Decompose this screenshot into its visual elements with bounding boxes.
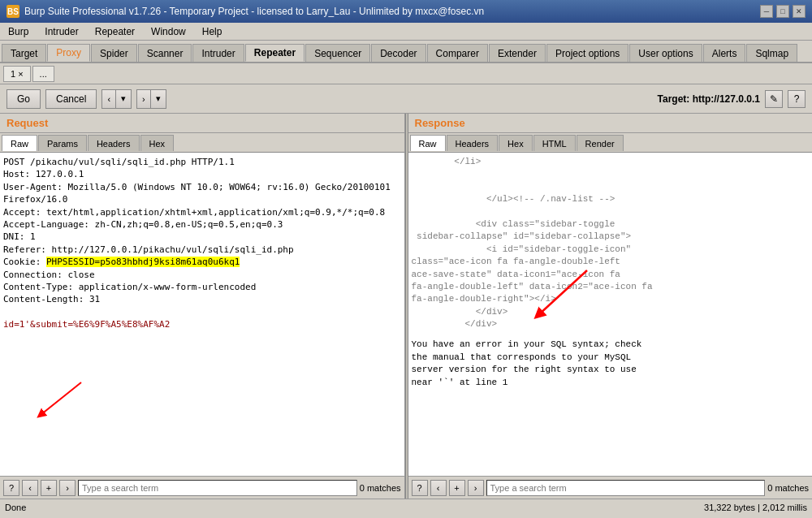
menu-burp[interactable]: Burp [3, 25, 33, 38]
nav-forward-button[interactable]: › [136, 89, 150, 109]
toolbar: Go Cancel ‹ ▾ › ▾ Target: http://127.0.0… [0, 84, 812, 114]
request-tab-headers[interactable]: Headers [88, 135, 140, 151]
response-search-help[interactable]: ? [412, 480, 428, 496]
response-title: Response [415, 117, 465, 129]
edit-target-button[interactable]: ✎ [765, 90, 783, 108]
response-content[interactable]: </li> </ul><!-- /.nav-list --> <div clas… [408, 153, 813, 476]
tab-sequencer[interactable]: Sequencer [305, 44, 370, 62]
response-tab-raw[interactable]: Raw [410, 135, 446, 151]
tab-user-options[interactable]: User options [629, 44, 702, 62]
tab-target[interactable]: Target [2, 44, 46, 62]
request-header: Request [0, 114, 404, 133]
status-left: Done [5, 503, 26, 512]
tab-intruder[interactable]: Intruder [192, 44, 244, 62]
go-button[interactable]: Go [6, 89, 41, 109]
request-title: Request [6, 117, 48, 129]
menu-intruder[interactable]: Intruder [40, 25, 83, 38]
response-tab-hex[interactable]: Hex [499, 135, 533, 151]
status-right: 31,322 bytes | 2,012 millis [704, 503, 807, 512]
request-panel: Request Raw Params Headers Hex POST /pik… [0, 114, 405, 499]
tab-sqlmap[interactable]: Sqlmap [746, 44, 797, 62]
response-search-next-plus[interactable]: + [449, 480, 465, 496]
menu-window[interactable]: Window [146, 25, 191, 38]
nav-forward-group: › ▾ [136, 89, 166, 109]
sub-tab-bar: 1 × ... [0, 63, 812, 84]
request-search-input[interactable] [78, 480, 357, 496]
tab-comparer[interactable]: Comparer [427, 44, 488, 62]
app-icon: BS [6, 5, 19, 18]
menu-bar: Burp Intruder Repeater Window Help [0, 23, 812, 41]
nav-back-dropdown[interactable]: ▾ [115, 89, 132, 109]
sub-tab-1[interactable]: 1 × [3, 66, 31, 82]
main-tab-bar: Target Proxy Spider Scanner Intruder Rep… [0, 41, 812, 63]
tab-alerts[interactable]: Alerts [703, 44, 746, 62]
tab-proxy[interactable]: Proxy [47, 44, 90, 62]
svg-line-1 [41, 382, 81, 415]
response-search-next[interactable]: › [468, 480, 484, 496]
target-help-button[interactable]: ? [788, 90, 806, 108]
response-search-prev[interactable]: ‹ [430, 480, 447, 496]
request-search-prev[interactable]: ‹ [22, 480, 38, 496]
nav-forward-dropdown[interactable]: ▾ [150, 89, 166, 109]
tab-project-options[interactable]: Project options [546, 44, 628, 62]
tab-spider[interactable]: Spider [91, 44, 137, 62]
tab-repeater[interactable]: Repeater [245, 44, 304, 62]
close-button[interactable]: ✕ [793, 5, 806, 18]
response-panel: Response Raw Headers Hex HTML Render </l… [408, 114, 813, 499]
request-search-bar: ? ‹ + › 0 matches [0, 476, 404, 499]
request-text: POST /pikachu/vul/sqli/sqli_id.php HTTP/… [3, 156, 401, 330]
title-bar-text: Burp Suite Professional v1.7.26 - Tempor… [24, 6, 484, 17]
status-bar: Done 31,322 bytes | 2,012 millis [0, 499, 812, 515]
request-content[interactable]: POST /pikachu/vul/sqli/sqli_id.php HTTP/… [0, 153, 404, 476]
response-tabs: Raw Headers Hex HTML Render [408, 133, 813, 153]
response-tab-html[interactable]: HTML [533, 135, 576, 151]
minimize-button[interactable]: ─ [760, 5, 773, 18]
title-bar-left: BS Burp Suite Professional v1.7.26 - Tem… [6, 5, 484, 18]
sub-tab-more[interactable]: ... [32, 66, 54, 82]
response-search-bar: ? ‹ + › 0 matches [408, 476, 813, 499]
response-html-text: </li> </ul><!-- /.nav-list --> <div clas… [412, 156, 810, 330]
request-search-next[interactable]: › [59, 480, 76, 496]
response-error-text: You have an error in your SQL syntax; ch… [412, 339, 810, 389]
request-tab-params[interactable]: Params [38, 135, 87, 151]
menu-repeater[interactable]: Repeater [90, 25, 140, 38]
tab-decoder[interactable]: Decoder [371, 44, 425, 62]
arrow-decoration-left [32, 378, 97, 427]
request-matches-label: 0 matches [360, 483, 401, 493]
cancel-button[interactable]: Cancel [45, 89, 97, 109]
target-label: Target: http://127.0.0.1 [658, 93, 760, 105]
maximize-button[interactable]: □ [776, 5, 789, 18]
nav-back-group: ‹ ▾ [102, 89, 132, 109]
nav-back-button[interactable]: ‹ [102, 89, 115, 109]
window-controls[interactable]: ─ □ ✕ [760, 5, 806, 18]
response-tab-headers[interactable]: Headers [447, 135, 499, 151]
menu-help[interactable]: Help [197, 25, 227, 38]
main-content: Request Raw Params Headers Hex POST /pik… [0, 114, 812, 499]
response-matches-label: 0 matches [767, 483, 809, 493]
tab-extender[interactable]: Extender [489, 44, 546, 62]
request-search-next-plus[interactable]: + [41, 480, 57, 496]
tab-scanner[interactable]: Scanner [138, 44, 192, 62]
request-search-help[interactable]: ? [3, 480, 19, 496]
response-header: Response [408, 114, 813, 133]
request-tabs: Raw Params Headers Hex [0, 133, 404, 153]
response-search-input[interactable] [486, 480, 766, 496]
request-tab-raw[interactable]: Raw [2, 135, 37, 151]
request-tab-hex[interactable]: Hex [140, 135, 175, 151]
response-tab-render[interactable]: Render [577, 135, 624, 151]
title-bar: BS Burp Suite Professional v1.7.26 - Tem… [0, 0, 812, 23]
